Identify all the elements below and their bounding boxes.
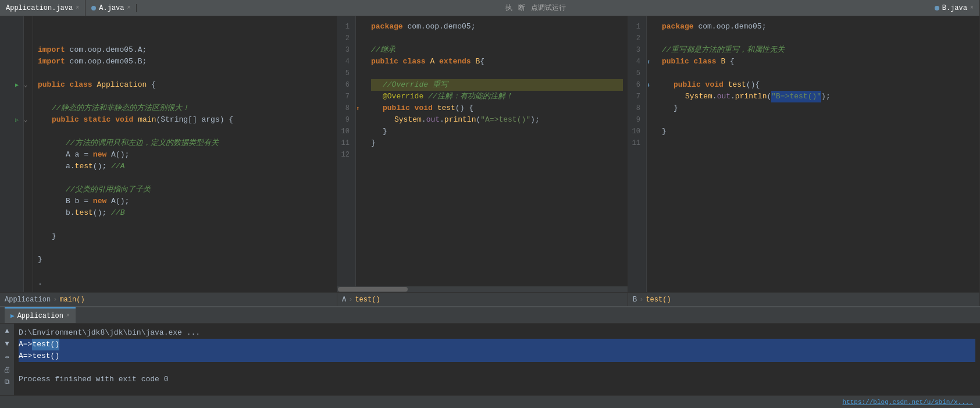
tab-dot-a [91, 6, 96, 10]
rg-1 [647, 21, 657, 33]
breadcrumb-sep-center: › [348, 296, 352, 304]
output-cmd: D:\Environment\jdk8\jdk\bin\java.exe ... [19, 327, 975, 339]
tab-center-area: A.java × 执 断 点调试运行 [85, 0, 929, 16]
center-tab-extra: 执 断 点调试运行 [137, 3, 928, 13]
c-line-12 [371, 149, 623, 161]
tab-bar: Application.java × A.java × 执 断 点调试运行 B.… [0, 0, 980, 16]
code-line-23: . [38, 277, 332, 289]
og-9 [356, 114, 366, 126]
tab-close-right[interactable]: × [970, 5, 974, 11]
ln-13 [0, 161, 23, 172]
code-line-15: //父类的引用指向了子类 [38, 184, 332, 196]
ln-4 [0, 56, 23, 68]
code-line-2 [38, 33, 332, 44]
code-line-11: //方法的调用只和左边，定义的数据类型有关 [38, 137, 332, 149]
rg-10 [647, 126, 657, 137]
fold-9[interactable]: ⌄ [24, 114, 33, 126]
ln-16 [0, 196, 23, 207]
fold-8 [24, 102, 33, 114]
left-gutter-buttons: ▲ ▼ ⇔ 🖨 ⧉ [0, 324, 14, 395]
tab-label-b: B.java [942, 4, 967, 12]
ln-5 [0, 68, 23, 79]
hscroll-center[interactable] [337, 286, 628, 292]
rg-2 [647, 33, 657, 44]
code-area-left[interactable]: import com.oop.demo05.A; import com.oop.… [33, 16, 337, 292]
editor-content-center[interactable]: 1 2 3 4 5 6 7 8 9 10 11 12 [337, 16, 628, 286]
c-line-11: } [371, 137, 623, 149]
breadcrumb-sep-left: › [53, 296, 57, 304]
output-line-2: A=>test() [19, 350, 975, 362]
bottom-tab-application[interactable]: ▶ Application × [5, 307, 76, 323]
r-line-11 [662, 137, 975, 149]
r-line-7: System.out.println("B=>test()"); [662, 91, 975, 102]
r-line-2 [662, 33, 975, 44]
code-area-center[interactable]: package com.oop.demo05; //继承 public clas… [366, 16, 628, 286]
gutter-left: ▶ ▷ [0, 16, 24, 292]
code-line-18 [38, 219, 332, 230]
rg-6: ⬇ [647, 79, 657, 91]
code-line-22 [38, 265, 332, 277]
breadcrumb-right: B › test() [628, 292, 979, 306]
ln-10 [0, 126, 23, 137]
code-line-21: } [38, 254, 332, 265]
c-line-3: //继承 [371, 44, 623, 56]
scroll-down-btn[interactable]: ▼ [2, 339, 12, 349]
ln-12 [0, 149, 23, 161]
override-gutter-right: ⬆ ⬇ [647, 16, 657, 292]
r-line-6: public void test(){ [662, 79, 975, 91]
code-line-4: import com.oop.demo05.B; [38, 56, 332, 68]
code-line-7 [38, 91, 332, 102]
fold-4 [24, 56, 33, 68]
status-link[interactable]: https://blog.csdn.net/u/sbin/x.... [843, 399, 973, 406]
copy-btn[interactable]: ⧉ [2, 377, 12, 388]
output-line-4: Process finished with exit code 0 [19, 374, 975, 385]
c-line-8: public void test() { [371, 102, 623, 114]
ln-8 [0, 102, 23, 114]
bottom-tab-label: Application [17, 312, 63, 320]
line-numbers-center: 1 2 3 4 5 6 7 8 9 10 11 12 [337, 16, 356, 286]
editor-content-left[interactable]: ▶ ▷ [0, 16, 337, 292]
ln-18 [0, 219, 23, 230]
og-3 [356, 44, 366, 56]
code-area-right[interactable]: package com.oop.demo05; //重写都是方法的重写，和属性无… [657, 16, 979, 292]
editor-content-right[interactable]: 1 2 3 4 5 6 7 8 9 10 11 ⬆ [628, 16, 979, 292]
tab-application-java[interactable]: Application.java × [0, 0, 85, 16]
fold-7 [24, 91, 33, 102]
fold-6[interactable]: ⌄ [24, 79, 33, 91]
code-line-6: public class Application { [38, 79, 332, 91]
code-line-5 [38, 68, 332, 79]
fold-gutter-left: ⌄ ⌄ [24, 16, 33, 292]
c-line-9: System.out.println("A=>test()"); [371, 114, 623, 126]
run-icon[interactable]: ▶ [13, 81, 21, 89]
editor-a-java: 1 2 3 4 5 6 7 8 9 10 11 12 [337, 16, 628, 306]
og-11 [356, 137, 366, 149]
code-line-13: a.test(); //A [38, 161, 332, 172]
ln-main-run: ▷ [0, 114, 23, 126]
tab-b-java[interactable]: B.java × [929, 0, 980, 16]
code-line-9: public static void main(String[] args) { [38, 114, 332, 126]
r-line-10: } [662, 126, 975, 137]
scroll-up-btn[interactable]: ▲ [2, 326, 12, 336]
breadcrumb-sep-right: › [639, 296, 643, 304]
breadcrumb-method-left: main() [59, 296, 84, 304]
og-6 [356, 79, 366, 91]
breadcrumb-left: Application › main() [0, 292, 337, 306]
print-btn[interactable]: 🖨 [2, 364, 12, 375]
og-12 [356, 149, 366, 161]
breadcrumb-class-center: A [342, 296, 346, 304]
hscroll-thumb-center [338, 287, 408, 292]
code-line-14 [38, 172, 332, 184]
tab-a-java[interactable]: A.java × [85, 4, 137, 12]
wrap-btn[interactable]: ⇔ [2, 352, 12, 362]
output-line-3 [19, 362, 975, 374]
bottom-tab-close[interactable]: × [66, 313, 70, 319]
r-line-3: //重写都是方法的重写，和属性无关 [662, 44, 975, 56]
ln-1 [0, 21, 23, 33]
tab-close-center[interactable]: × [127, 5, 130, 11]
run-tab-icon: ▶ [10, 312, 15, 320]
tab-dot-b [935, 6, 939, 10]
tab-close-left[interactable]: × [76, 5, 79, 11]
run-main-icon[interactable]: ▷ [13, 116, 21, 124]
editor-application: ▶ ▷ [0, 16, 337, 306]
ln-7 [0, 91, 23, 102]
